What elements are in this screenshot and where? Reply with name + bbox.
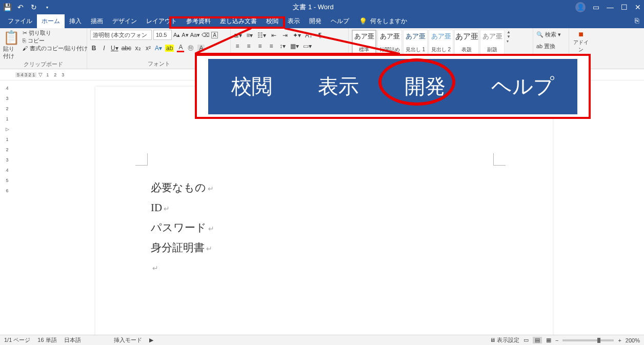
format-painter-button[interactable]: 🖌 書式のコピー/貼り付け <box>23 45 88 52</box>
clipboard-icon: 📋 <box>3 30 19 46</box>
decrease-font-icon[interactable]: A▾ <box>182 32 188 38</box>
margin-corner-tr <box>493 153 506 166</box>
document-title: 文書 1 - Word <box>51 3 575 12</box>
annotation-highlight-tabs <box>169 16 285 29</box>
status-language[interactable]: 日本語 <box>64 336 81 344</box>
font-name-combo[interactable]: 游明朝 (本文のフォン <box>90 30 152 40</box>
doc-line: パスワード↵ <box>151 218 214 238</box>
zoom-out-button[interactable]: − <box>555 337 558 343</box>
return-mark-icon: ↵ <box>151 265 158 272</box>
subscript-button[interactable]: x₂ <box>134 45 142 52</box>
tab-draw[interactable]: 描画 <box>86 14 108 28</box>
title-bar: 💾 ↶ ↻ ▾ 文書 1 - Word 👤 ▭ — ☐ ✕ <box>0 0 644 14</box>
status-bar: 1/1 ページ 16 単語 日本語 挿入モード ▶ 🖥 表示設定 ▭ ▤ ▦ −… <box>0 335 644 345</box>
doc-line: ID↵ <box>151 198 214 218</box>
tab-view[interactable]: 表示 <box>283 14 305 28</box>
minimize-button[interactable]: — <box>607 3 614 11</box>
zoom-slider[interactable] <box>562 339 614 341</box>
annotation-circle-developer <box>378 58 455 106</box>
zoom-tab-help: ヘルプ <box>482 72 564 100</box>
title-right-controls: 👤 ▭ — ☐ ✕ <box>575 2 641 12</box>
undo-icon[interactable]: ↶ <box>16 3 25 11</box>
status-word-count[interactable]: 16 単語 <box>37 336 56 344</box>
tab-file[interactable]: ファイル <box>3 14 37 28</box>
tab-developer[interactable]: 開発 <box>305 14 326 28</box>
margin-corner-tl <box>135 153 148 166</box>
style-heading1[interactable]: あア亜 見出し 1 <box>403 30 428 55</box>
ribbon-tab-bar: ファイル ホーム 挿入 描画 デザイン レイアウト 参考資料 差し込み文書 校閲… <box>0 14 644 28</box>
doc-line: 必要なもの↵ <box>151 178 214 198</box>
redo-icon[interactable]: ↻ <box>30 3 38 11</box>
ribbon-group-clipboard: 📋 貼り付け ✂ 切り取り ⎘ コピー 🖌 書式のコピー/貼り付け クリップボー… <box>0 28 87 69</box>
highlight-icon[interactable]: ab <box>165 45 174 52</box>
return-mark-icon: ↵ <box>207 225 214 233</box>
quick-access-toolbar: 💾 ↶ ↻ ▾ <box>3 3 51 11</box>
status-page[interactable]: 1/1 ページ <box>4 336 30 344</box>
tab-home[interactable]: ホーム <box>37 14 65 28</box>
font-color-icon[interactable]: A <box>177 44 184 52</box>
tab-insert[interactable]: 挿入 <box>65 14 86 28</box>
zoom-in-button[interactable]: + <box>618 337 621 343</box>
ribbon-display-icon[interactable]: ▭ <box>593 3 599 11</box>
zoom-tab-review: 校閲 <box>222 72 281 100</box>
underline-button[interactable]: U▾ <box>111 45 118 52</box>
close-button[interactable]: ✕ <box>635 3 641 11</box>
save-icon[interactable]: 💾 <box>3 3 11 11</box>
copy-button[interactable]: ⎘ コピー <box>23 37 88 45</box>
find-button[interactable]: 🔍 検索 ▾ <box>536 30 561 39</box>
view-print-icon[interactable]: ▤ <box>533 337 542 343</box>
search-placeholder: 何をしますか <box>370 17 407 26</box>
view-web-icon[interactable]: ▦ <box>546 337 551 343</box>
zoom-tab-view: 表示 <box>309 72 368 100</box>
style-subtitle[interactable]: あア亜 副題 <box>480 30 505 55</box>
vertical-ruler[interactable]: 4321▷ 123456 <box>2 80 12 335</box>
style-heading2[interactable]: あア亜 見出し 2 <box>429 30 453 55</box>
share-icon[interactable]: ⎘ <box>635 16 639 25</box>
replace-button[interactable]: ab 置換 <box>536 42 555 51</box>
addins-button[interactable]: ■ アドイン <box>572 30 590 53</box>
increase-font-icon[interactable]: A▴ <box>173 32 180 38</box>
doc-line: ↵ <box>151 257 214 277</box>
ruler-indent-marker-icon[interactable]: ▽ <box>38 72 43 77</box>
qat-customize-icon[interactable]: ▾ <box>43 3 51 11</box>
text-effects-icon[interactable]: A▾ <box>155 45 162 52</box>
status-display-settings[interactable]: 🖥 表示設定 <box>490 336 519 344</box>
zoom-level[interactable]: 200% <box>626 337 640 343</box>
return-mark-icon: ↵ <box>205 245 212 253</box>
ruler-gray-left: 5 4 3 2 1 <box>15 72 36 77</box>
tab-design[interactable]: デザイン <box>108 14 142 28</box>
status-macro-icon[interactable]: ▶ <box>149 337 153 343</box>
strike-button[interactable]: abc <box>122 45 131 52</box>
annotation-connector-line <box>195 28 400 56</box>
bold-button[interactable]: B <box>90 45 97 52</box>
paste-label: 貼り付け <box>3 46 19 60</box>
paste-button[interactable]: 📋 貼り付け <box>3 30 19 60</box>
tell-me-search[interactable]: 💡 何をしますか <box>359 14 407 28</box>
lightbulb-icon: 💡 <box>359 17 367 25</box>
font-size-combo[interactable]: 10.5 <box>153 30 172 40</box>
return-mark-icon: ↵ <box>206 185 214 193</box>
italic-button[interactable]: I <box>100 45 108 52</box>
cut-button[interactable]: ✂ 切り取り <box>23 30 88 37</box>
clipboard-group-label: クリップボード <box>3 60 84 69</box>
doc-line: 身分証明書↵ <box>151 238 214 258</box>
enclose-char-icon[interactable]: ㊞ <box>187 44 194 52</box>
status-insert-mode[interactable]: 挿入モード <box>114 336 142 344</box>
return-mark-icon: ↵ <box>162 205 170 213</box>
styles-more-icon[interactable]: ▲▼▾ <box>506 30 512 44</box>
maximize-button[interactable]: ☐ <box>621 3 628 11</box>
style-title[interactable]: あア亜 表題 <box>454 30 479 55</box>
superscript-button[interactable]: x² <box>145 45 152 52</box>
document-text[interactable]: 必要なもの↵ ID↵ パスワード↵ 身分証明書↵ ↵ <box>151 178 214 277</box>
view-read-icon[interactable]: ▭ <box>524 337 529 343</box>
document-page[interactable]: 必要なもの↵ ID↵ パスワード↵ 身分証明書↵ ↵ <box>95 87 553 335</box>
user-avatar[interactable]: 👤 <box>575 2 586 12</box>
tab-help[interactable]: ヘルプ <box>326 14 354 28</box>
